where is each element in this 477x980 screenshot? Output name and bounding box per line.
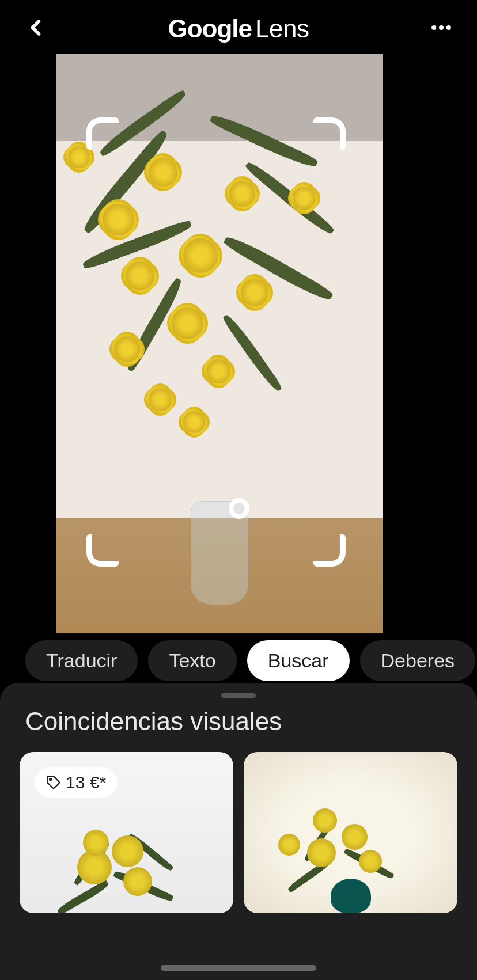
sheet-handle[interactable]	[221, 693, 256, 698]
photo-plant	[56, 89, 383, 463]
logo-google-text: Google	[168, 14, 252, 43]
svg-point-3	[50, 778, 51, 780]
app-header: Google Lens	[0, 0, 477, 58]
thumb-vase	[331, 879, 371, 913]
more-icon[interactable]	[429, 15, 454, 43]
image-viewer[interactable]	[56, 54, 383, 633]
google-lens-logo: Google Lens	[168, 14, 309, 43]
results-title: Coincidencias visuales	[0, 698, 477, 752]
home-indicator[interactable]	[161, 965, 316, 971]
svg-point-1	[439, 25, 444, 30]
tab-search[interactable]: Buscar	[247, 640, 350, 681]
tab-homework[interactable]: Deberes	[360, 640, 476, 681]
result-card[interactable]: 13 €*	[20, 752, 233, 913]
tab-translate[interactable]: Traducir	[25, 640, 138, 681]
results-grid: 13 €*	[0, 752, 477, 913]
result-card[interactable]	[244, 752, 457, 913]
svg-point-0	[431, 25, 436, 30]
mode-tabs: Traducir Texto Buscar Deberes Compras	[0, 640, 477, 681]
svg-point-2	[446, 25, 451, 30]
results-sheet[interactable]: Coincidencias visuales 13 €*	[0, 683, 477, 980]
price-badge: 13 €*	[35, 767, 118, 798]
back-icon[interactable]	[23, 15, 48, 43]
logo-lens-text: Lens	[255, 14, 309, 43]
price-text: 13 €*	[66, 773, 106, 792]
focus-point[interactable]	[229, 498, 249, 519]
tab-text[interactable]: Texto	[148, 640, 236, 681]
